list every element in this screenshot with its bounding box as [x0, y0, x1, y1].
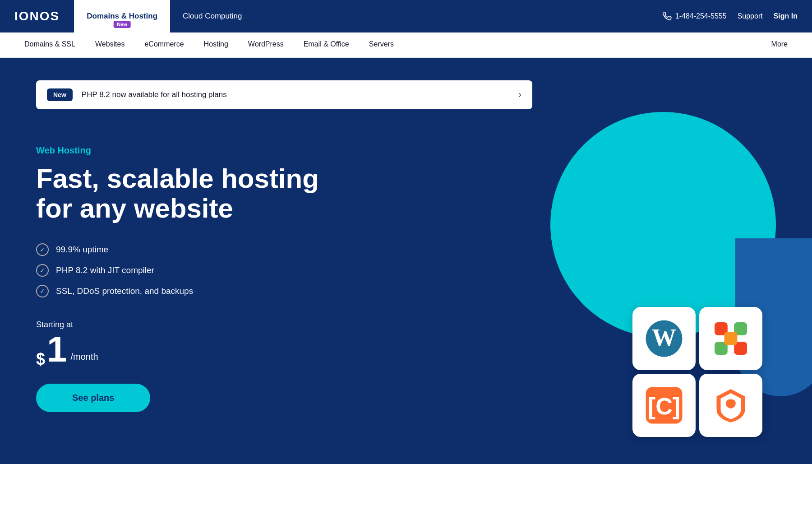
secondary-navigation: Domains & SSL Websites eCommerce Hosting… — [0, 32, 812, 58]
joomla-icon-card — [699, 307, 762, 370]
svg-rect-6 — [724, 332, 738, 345]
price-line: $ 1 /month — [36, 331, 343, 367]
feature-php-text: PHP 8.2 with JIT compiler — [56, 265, 154, 275]
top-nav-item-cloud-computing[interactable]: Cloud Computing — [170, 0, 254, 32]
secondary-nav-more[interactable]: More — [761, 32, 798, 58]
hero-feature-list: ✓ 99.9% uptime ✓ PHP 8.2 with JIT compil… — [36, 243, 343, 297]
secondary-nav-servers[interactable]: Servers — [359, 32, 404, 58]
hero-headline: Fast, scalable hosting for any website — [36, 164, 343, 223]
svg-text:[C]: [C] — [648, 393, 680, 419]
phone-icon — [663, 12, 672, 21]
wordpress-icon: W — [644, 318, 684, 359]
cpanel-icon-card: [C] — [632, 374, 696, 437]
app-icons-grid: W [C] — [632, 307, 762, 437]
check-icon-uptime: ✓ — [36, 243, 49, 256]
price-number: 1 — [47, 331, 67, 367]
price-period: /month — [71, 352, 98, 362]
joomla-icon — [710, 318, 751, 359]
secondary-nav-email-office[interactable]: Email & Office — [294, 32, 359, 58]
check-icon-php: ✓ — [36, 264, 49, 277]
price-dollar-symbol: $ — [36, 351, 45, 367]
feature-ssl-text: SSL, DDoS protection, and backups — [56, 286, 193, 296]
hero-category-label: Web Hosting — [36, 145, 343, 156]
secondary-nav-ecommerce[interactable]: eCommerce — [134, 32, 194, 58]
starting-at-label: Starting at — [36, 320, 343, 330]
feature-item-ssl: ✓ SSL, DDoS protection, and backups — [36, 285, 343, 297]
signin-button[interactable]: Sign In — [774, 12, 798, 20]
site-logo[interactable]: IONOS — [14, 9, 60, 23]
shield-icon-card — [699, 374, 762, 437]
phone-area[interactable]: 1-484-254-5555 — [663, 12, 727, 21]
hero-content: Web Hosting Fast, scalable hosting for a… — [36, 145, 343, 412]
top-nav-links: Domains & Hosting New Cloud Computing — [74, 0, 648, 32]
check-icon-ssl: ✓ — [36, 285, 49, 297]
svg-text:W: W — [652, 324, 676, 351]
logo-area: IONOS — [0, 0, 74, 32]
announcement-text: PHP 8.2 now available for all hosting pl… — [82, 90, 511, 99]
hero-right-decoration: W [C] — [451, 58, 812, 464]
hero-section: New PHP 8.2 now available for all hostin… — [0, 58, 812, 464]
secondary-nav-wordpress[interactable]: WordPress — [238, 32, 294, 58]
secondary-nav-hosting[interactable]: Hosting — [194, 32, 238, 58]
top-nav-right: 1-484-254-5555 Support Sign In — [648, 0, 812, 32]
wordpress-icon-card: W — [632, 307, 696, 370]
see-plans-button[interactable]: See plans — [36, 384, 150, 412]
panda-security-icon — [710, 385, 751, 426]
pricing-area: Starting at $ 1 /month — [36, 320, 343, 367]
cpanel-icon: [C] — [644, 385, 684, 426]
secondary-nav-domains-ssl[interactable]: Domains & SSL — [14, 32, 85, 58]
phone-number: 1-484-254-5555 — [675, 12, 727, 20]
feature-uptime-text: 99.9% uptime — [56, 245, 108, 255]
top-navigation: IONOS Domains & Hosting New Cloud Comput… — [0, 0, 812, 32]
announcement-badge: New — [47, 88, 73, 101]
top-nav-item-domains-hosting[interactable]: Domains & Hosting New — [74, 0, 170, 32]
new-badge: New — [113, 21, 131, 28]
secondary-nav-websites[interactable]: Websites — [85, 32, 135, 58]
feature-item-uptime: ✓ 99.9% uptime — [36, 243, 343, 256]
support-link[interactable]: Support — [738, 12, 763, 20]
feature-item-php: ✓ PHP 8.2 with JIT compiler — [36, 264, 343, 277]
